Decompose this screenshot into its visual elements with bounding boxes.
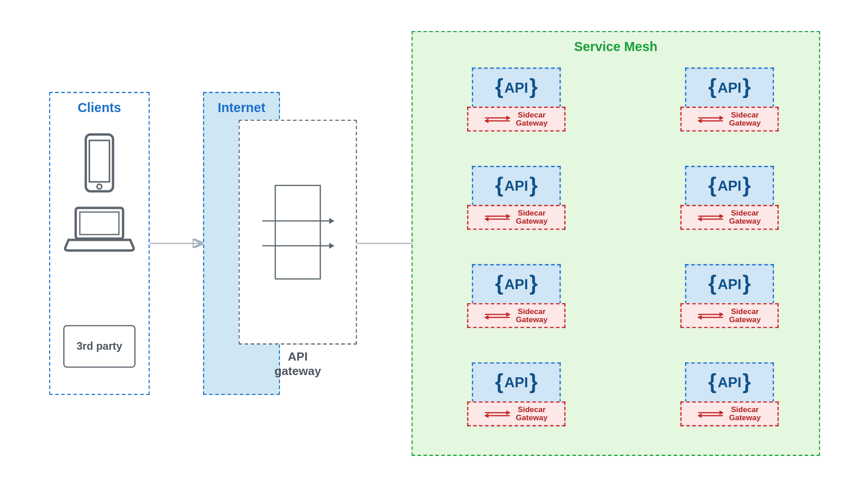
api-service-block: {API}SidecarGateway (472, 166, 561, 230)
clients-title: Clients (50, 100, 148, 116)
gateway-flow-arrow-2 (262, 245, 333, 247)
api-label: API (505, 374, 528, 391)
sidecar-gateway-box: SidecarGateway (467, 401, 565, 426)
sidecar-gateway-box: SidecarGateway (680, 107, 778, 131)
api-gateway-label: API gateway (239, 349, 357, 378)
sidecar-label: SidecarGateway (516, 209, 547, 225)
sidecar-arrows-icon (485, 412, 510, 416)
api-service-block: {API}SidecarGateway (472, 264, 561, 328)
sidecar-label: SidecarGateway (729, 308, 761, 324)
brace-left-icon: { (495, 172, 503, 197)
brace-left-icon: { (708, 172, 716, 197)
api-service-block: {API}SidecarGateway (472, 68, 561, 131)
sidecar-arrows-icon (485, 117, 510, 121)
clients-panel: Clients 3rd party (49, 92, 150, 395)
api-box: {API} (472, 362, 561, 403)
sidecar-arrows-icon (698, 314, 723, 318)
brace-right-icon: } (529, 369, 538, 394)
service-mesh-title: Service Mesh (413, 39, 819, 55)
brace-right-icon: } (743, 74, 751, 99)
api-label: API (717, 374, 741, 391)
api-label: API (717, 178, 741, 194)
api-gateway-box (239, 120, 357, 345)
sidecar-label: SidecarGateway (729, 111, 761, 127)
api-label: API (717, 80, 741, 96)
svg-rect-16 (80, 212, 119, 235)
brace-right-icon: } (529, 74, 538, 99)
api-box: {API} (472, 264, 561, 305)
brace-left-icon: { (495, 369, 503, 394)
phone-icon (50, 133, 148, 192)
brace-left-icon: { (495, 74, 503, 99)
api-label: API (505, 80, 528, 96)
api-service-block: {API}SidecarGateway (685, 68, 774, 131)
third-party-box: 3rd party (63, 325, 136, 367)
sidecar-arrows-icon (698, 117, 723, 121)
brace-left-icon: { (708, 74, 716, 99)
brace-right-icon: } (529, 271, 538, 296)
api-label: API (505, 276, 528, 293)
laptop-icon (50, 206, 148, 252)
api-box: {API} (685, 166, 774, 206)
sidecar-arrows-icon (485, 314, 510, 318)
gateway-inner-icon (275, 185, 321, 280)
sidecar-label: SidecarGateway (729, 209, 761, 225)
gateway-flow-arrow-1 (262, 221, 333, 222)
api-service-block: {API}SidecarGateway (472, 362, 561, 426)
api-label: API (505, 178, 528, 194)
sidecar-label: SidecarGateway (729, 406, 761, 422)
api-service-block: {API}SidecarGateway (685, 264, 774, 328)
api-service-block: {API}SidecarGateway (685, 362, 774, 426)
sidecar-label: SidecarGateway (516, 406, 547, 422)
sidecar-gateway-box: SidecarGateway (680, 303, 778, 328)
sidecar-arrows-icon (698, 412, 723, 416)
brace-right-icon: } (743, 271, 751, 296)
svg-rect-13 (90, 141, 110, 182)
api-box: {API} (685, 68, 774, 108)
sidecar-label: SidecarGateway (516, 111, 547, 127)
sidecar-gateway-box: SidecarGateway (680, 401, 778, 426)
architecture-diagram: Clients 3rd party Internet API gateway (2, 1, 867, 487)
svg-point-14 (97, 184, 102, 189)
api-box: {API} (685, 362, 774, 403)
api-box: {API} (472, 68, 561, 108)
api-label: API (717, 276, 741, 293)
sidecar-gateway-box: SidecarGateway (680, 205, 778, 230)
sidecar-gateway-box: SidecarGateway (467, 205, 565, 230)
api-box: {API} (472, 166, 561, 206)
sidecar-label: SidecarGateway (516, 308, 547, 324)
service-mesh-panel: Service Mesh {API}SidecarGateway{API}Sid… (411, 31, 820, 456)
sidecar-arrows-icon (698, 215, 723, 219)
brace-left-icon: { (495, 271, 503, 296)
brace-right-icon: } (743, 369, 751, 394)
brace-right-icon: } (743, 172, 751, 197)
sidecar-gateway-box: SidecarGateway (467, 107, 565, 131)
brace-right-icon: } (529, 172, 538, 197)
api-service-block: {API}SidecarGateway (685, 166, 774, 230)
brace-left-icon: { (708, 271, 716, 296)
sidecar-arrows-icon (485, 215, 510, 219)
sidecar-gateway-box: SidecarGateway (467, 303, 565, 328)
api-box: {API} (685, 264, 774, 305)
brace-left-icon: { (708, 369, 716, 394)
internet-title: Internet (204, 100, 279, 116)
